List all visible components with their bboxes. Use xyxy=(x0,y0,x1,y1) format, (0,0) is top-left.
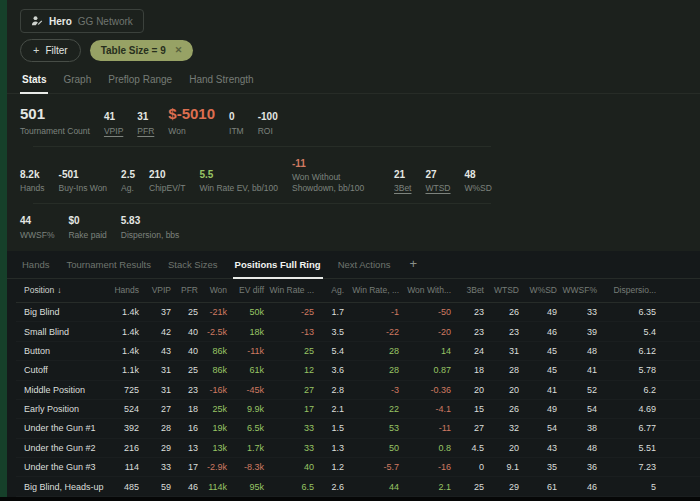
stat-cell: 23 xyxy=(173,385,200,395)
column-header-3bet[interactable]: 3Bet xyxy=(453,285,486,295)
stat-cell: 3.5 xyxy=(316,327,346,337)
stat-cell: 3.6 xyxy=(316,365,346,375)
sort-descending-icon: ↓ xyxy=(57,285,61,295)
stat-value: 501 xyxy=(20,105,90,124)
stat-label: ITM xyxy=(229,126,244,137)
column-header-won[interactable]: Won xyxy=(200,285,229,295)
table-row-under-the-gun-3[interactable]: Under the Gun #31143317-2.9k-8.3k401.2-5… xyxy=(16,458,700,477)
stat-cell: 41 xyxy=(559,365,599,375)
column-header-wtsd[interactable]: WTSD xyxy=(486,285,521,295)
table-row-big-blind[interactable]: Big Blind1.4k3725-21k50k-251.7-1-5023264… xyxy=(16,303,700,322)
player-selector[interactable]: Hero GG Network xyxy=(20,9,144,33)
tab-preflop-range[interactable]: Preflop Range xyxy=(106,68,174,94)
report-tab-next-actions[interactable]: Next Actions xyxy=(336,251,393,279)
stats-row-3: 44WWSF%$0Rake paid5.83Dispersion, bbs xyxy=(20,215,700,241)
stat-cell: 32 xyxy=(486,423,521,433)
add-filter-button[interactable]: + Filter xyxy=(20,39,81,62)
stat-cell: -25 xyxy=(266,307,316,317)
table-row-under-the-gun-1[interactable]: Under the Gun #1392281619k6.5k331.553-11… xyxy=(16,419,700,438)
column-header-ev-diff[interactable]: EV diff xyxy=(229,285,266,295)
stat-label: Hands xyxy=(20,183,45,194)
column-header-ag[interactable]: Ag. xyxy=(316,285,346,295)
stats-panel: 501Tournament Count41VPIP31PFR$-5010Won0… xyxy=(7,105,700,241)
stat-cell: 27 xyxy=(141,404,173,414)
report-tab-positions-full-ring[interactable]: Positions Full Ring xyxy=(233,251,323,279)
table-row-cutoff[interactable]: Cutoff1.1k312586k61k123.6280.87182845415… xyxy=(16,361,700,380)
column-header-vpip[interactable]: VPIP xyxy=(141,285,173,295)
report-tab-stack-sizes[interactable]: Stack Sizes xyxy=(166,251,220,279)
stat-label: ROI xyxy=(258,126,278,137)
stat-value: 210 xyxy=(149,169,185,182)
stat-cell: 26 xyxy=(486,307,521,317)
player-name: Hero xyxy=(49,16,72,27)
tab-graph[interactable]: Graph xyxy=(61,68,93,94)
stat-cell: -16 xyxy=(401,462,453,472)
filter-chip-label: Table Size = 9 xyxy=(101,45,166,56)
stat-cell: 54 xyxy=(559,404,599,414)
stat-cell: 23 xyxy=(453,307,486,317)
stat-cell: 392 xyxy=(108,423,141,433)
stat-cell: 27 xyxy=(266,385,316,395)
stat-cell: 52 xyxy=(559,385,599,395)
stat-cell: -21k xyxy=(200,307,229,317)
table-row-early-position[interactable]: Early Position524271825k9.9k172.122-4.11… xyxy=(16,400,700,419)
stat-cell: 17 xyxy=(266,404,316,414)
table-row-small-blind[interactable]: Small Blind1.4k4240-2.5k18k-133.5-22-202… xyxy=(16,322,700,341)
tab-hand-strength[interactable]: Hand Strength xyxy=(187,68,256,94)
column-header-w-sd[interactable]: W%SD xyxy=(521,285,559,295)
stat-itm: 0ITM xyxy=(229,111,244,137)
table-row-under-the-gun-2[interactable]: Under the Gun #2216291313k1.7k331.3500.8… xyxy=(16,439,700,458)
stat-cell: -4.1 xyxy=(401,404,453,414)
stat-cell: 6.35 xyxy=(599,307,658,317)
stat-value: 0 xyxy=(229,111,244,124)
stat-cell: 86k xyxy=(200,365,229,375)
stat-label[interactable]: 3Bet xyxy=(394,183,412,194)
stat-cell: 37 xyxy=(141,307,173,317)
stat-cell: 31 xyxy=(486,346,521,356)
stat-cell: 0 xyxy=(453,462,486,472)
stat-label[interactable]: VPIP xyxy=(104,126,123,137)
add-report-tab-button[interactable]: + xyxy=(405,252,421,277)
table-row-big-blind-heads-up[interactable]: Big Blind, Heads-up4855946114k95k6.52.64… xyxy=(16,477,700,496)
stat-label: Win Rate EV, bb/100 xyxy=(199,183,278,194)
stat-win-rate-ev-bb-100: 5.5Win Rate EV, bb/100 xyxy=(199,169,278,195)
table-row-middle-position[interactable]: Middle Position7253123-16k-45k272.8-3-0.… xyxy=(16,381,700,400)
stats-divider xyxy=(33,203,491,204)
app-root: Hero GG Network + Filter Table Size = 9 … xyxy=(0,0,700,501)
chip-close-icon[interactable]: ✕ xyxy=(175,46,183,55)
position-cell: Small Blind xyxy=(16,327,108,337)
stat-label[interactable]: WTSD xyxy=(425,183,450,194)
column-header-position[interactable]: Position↓ xyxy=(16,285,108,295)
report-tab-tournament-results[interactable]: Tournament Results xyxy=(64,251,152,279)
position-cell: Button xyxy=(16,346,108,356)
column-header-pfr[interactable]: PFR xyxy=(173,285,200,295)
stat-cell: 46 xyxy=(559,482,599,492)
stat-cell: 25 xyxy=(266,346,316,356)
stat-cell: 2.8 xyxy=(316,385,346,395)
stat-cell: 15 xyxy=(453,404,486,414)
column-header-win-rate[interactable]: Win Rate, ... xyxy=(346,285,401,295)
column-header-dispersio[interactable]: Dispersio... xyxy=(599,285,658,295)
table-row-button[interactable]: Button1.4k434086k-11k255.42814243145486.… xyxy=(16,342,700,361)
stat-cell: 1.1k xyxy=(108,365,141,375)
column-header-win-rate[interactable]: Win Rate ... xyxy=(266,285,316,295)
stat-cell: 485 xyxy=(108,482,141,492)
stat-value: -501 xyxy=(59,169,108,182)
stat-cell: 33 xyxy=(141,462,173,472)
column-header-hands[interactable]: Hands xyxy=(108,285,141,295)
stat-cell: 18 xyxy=(453,365,486,375)
stat-cell: 40 xyxy=(266,462,316,472)
stat-cell: 43 xyxy=(521,443,559,453)
stat-cell: -22 xyxy=(346,327,401,337)
column-header-wwsf[interactable]: WWSF% xyxy=(559,285,599,295)
stat-cell: 45 xyxy=(521,346,559,356)
stat-label: Won Without Showdown, bb/100 xyxy=(292,172,380,194)
stat-cell: -20 xyxy=(401,327,453,337)
column-header-won-with[interactable]: Won With... xyxy=(401,285,453,295)
stat-label[interactable]: PFR xyxy=(137,126,154,137)
report-tab-hands[interactable]: Hands xyxy=(20,251,51,279)
tab-stats[interactable]: Stats xyxy=(20,68,48,94)
stat-cell: 49 xyxy=(521,404,559,414)
stat-cell: 41 xyxy=(521,385,559,395)
filter-chip-table-size[interactable]: Table Size = 9 ✕ xyxy=(90,40,194,61)
